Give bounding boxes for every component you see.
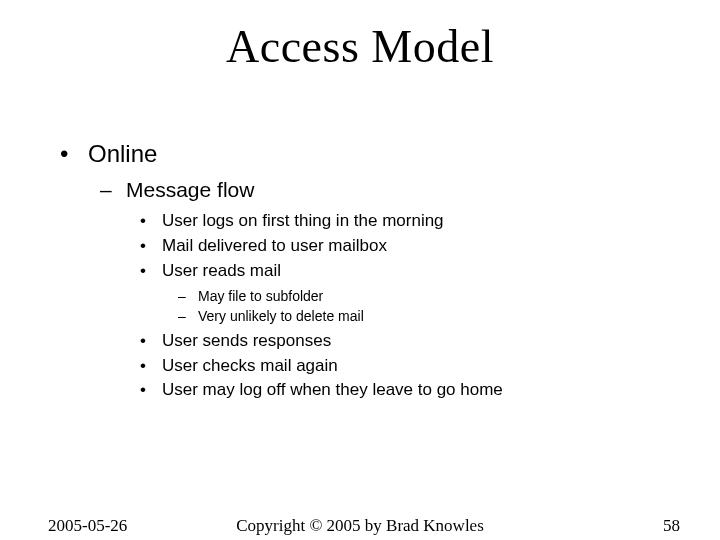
bullet-l2: Message flow User logs on first thing in… — [100, 178, 680, 402]
bullet-l3: User checks mail again — [140, 355, 680, 378]
slide-title: Access Model — [0, 20, 720, 73]
bullet-l4: Very unlikely to delete mail — [178, 307, 680, 326]
footer-copyright: Copyright © 2005 by Brad Knowles — [0, 516, 720, 536]
bullet-l3: User may log off when they leave to go h… — [140, 379, 680, 402]
footer-page-number: 58 — [663, 516, 680, 536]
slide-body: Online Message flow User logs on first t… — [60, 140, 680, 406]
bullet-l3: User reads mail May file to subfolder Ve… — [140, 260, 680, 326]
bullet-l4: May file to subfolder — [178, 287, 680, 306]
slide: Access Model Online Message flow User lo… — [0, 20, 720, 540]
bullet-l3: User logs on first thing in the morning — [140, 210, 680, 233]
bullet-l1: Online Message flow User logs on first t… — [60, 140, 680, 402]
bullet-l3: User sends responses — [140, 330, 680, 353]
bullet-l3: Mail delivered to user mailbox — [140, 235, 680, 258]
bullet-l2-text: Message flow — [126, 178, 254, 201]
bullet-l1-text: Online — [88, 140, 157, 167]
